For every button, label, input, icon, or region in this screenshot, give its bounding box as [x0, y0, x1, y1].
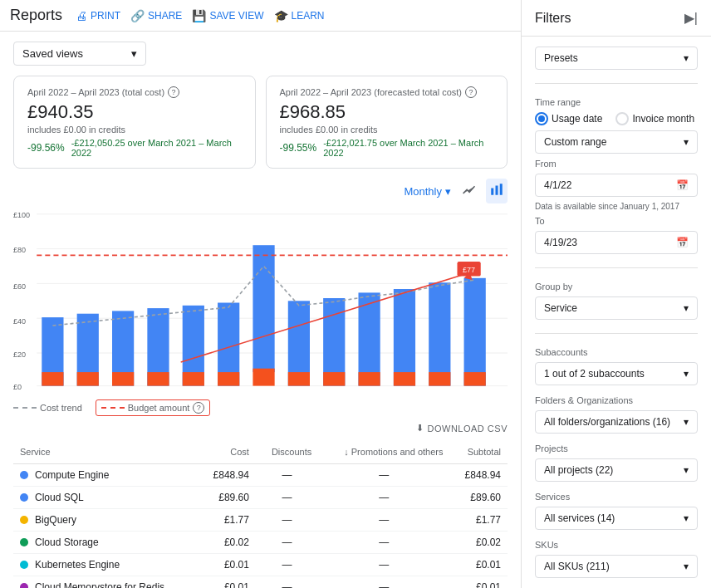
filters-content: Presets ▾ Time range Usage date Invoice …	[522, 37, 711, 588]
from-date-input[interactable]: 4/1/22 📅	[535, 174, 698, 197]
cell-service: Kubernetes Engine	[13, 554, 198, 576]
col-promotions: ↓ Promotions and others	[318, 440, 449, 464]
folders-dropdown[interactable]: All folders/organizations (16) ▾	[535, 410, 698, 434]
chevron-down-icon-presets: ▾	[684, 52, 689, 64]
services-dropdown[interactable]: All services (14) ▾	[535, 507, 698, 530]
calendar-icon-to: 📅	[676, 237, 689, 248]
header-actions: 🖨 PRINT 🔗 SHARE 💾 SAVE VIEW 🎓 LEARN	[76, 9, 325, 22]
legend-cost-trend: Cost trend	[13, 403, 82, 413]
table-row: BigQuery £1.77 — — £1.77	[13, 509, 508, 532]
cell-promotions: —	[318, 554, 449, 576]
group-by-label: Group by	[535, 282, 698, 292]
chart-controls: Monthly ▾	[13, 179, 508, 203]
summary-card-total: April 2022 – April 2023 (total cost) ? £…	[13, 76, 256, 169]
chart-legend: Cost trend Budget amount ?	[13, 396, 508, 423]
save-view-button[interactable]: 💾 SAVE VIEW	[192, 9, 263, 22]
content-area: Saved views ▾ April 2022 – April 2023 (t…	[0, 32, 521, 588]
svg-rect-1	[496, 186, 498, 195]
cell-cost: £0.02	[198, 532, 256, 554]
save-icon: 💾	[192, 9, 206, 22]
data-hint: Data is available since January 1, 2017	[535, 202, 698, 211]
budget-line-icon	[101, 407, 125, 409]
col-service: Service	[13, 440, 198, 464]
svg-rect-16	[42, 372, 63, 386]
divider-1	[535, 83, 698, 84]
card-period-total: April 2022 – April 2023 (total cost) ?	[27, 86, 242, 98]
group-by-dropdown[interactable]: Service ▾	[535, 296, 698, 320]
service-color-dot	[20, 583, 28, 588]
projects-dropdown[interactable]: All projects (22) ▾	[535, 458, 698, 482]
help-icon-forecast[interactable]: ?	[465, 86, 477, 98]
presets-dropdown[interactable]: Presets ▾	[535, 47, 698, 70]
usage-date-radio[interactable]: Usage date	[535, 112, 602, 125]
cell-service: Compute Engine	[13, 464, 198, 487]
share-button[interactable]: 🔗 SHARE	[130, 9, 182, 22]
card-credits-forecast: includes £0.00 in credits	[280, 125, 494, 135]
to-date-input[interactable]: 4/19/23 📅	[535, 231, 698, 254]
cell-promotions: —	[318, 576, 449, 589]
svg-rect-32	[323, 372, 345, 386]
learn-button[interactable]: 🎓 LEARN	[274, 9, 325, 22]
folders-group: Folders & Organizations All folders/orga…	[535, 395, 698, 434]
saved-views-dropdown[interactable]: Saved views ▾	[13, 42, 146, 66]
skus-group: SKUs All SKUs (211) ▾	[535, 540, 698, 578]
share-icon: 🔗	[130, 9, 145, 22]
svg-rect-36	[394, 372, 415, 386]
cell-subtotal: £0.02	[449, 532, 508, 554]
saved-views-row: Saved views ▾	[13, 42, 508, 66]
svg-text:£80: £80	[13, 245, 26, 254]
cell-subtotal: £89.60	[449, 487, 508, 509]
card-delta-forecast: -99.55%	[280, 142, 317, 154]
group-by-group: Group by Service ▾	[535, 282, 698, 320]
col-subtotal: Subtotal	[449, 440, 508, 464]
chevron-down-icon-range: ▾	[684, 136, 689, 148]
svg-rect-22	[147, 372, 169, 386]
cell-service: Cloud Storage	[13, 532, 198, 554]
collapse-filters-button[interactable]: ▶|	[684, 10, 698, 26]
summary-cards: April 2022 – April 2023 (total cost) ? £…	[13, 76, 508, 169]
skus-dropdown[interactable]: All SKUs (211) ▾	[535, 555, 698, 578]
download-row: ⬇ DOWNLOAD CSV	[13, 423, 508, 434]
subaccounts-dropdown[interactable]: 1 out of 2 subaccounts ▾	[535, 362, 698, 385]
chevron-down-icon-skus: ▾	[684, 561, 689, 572]
cell-promotions: —	[318, 532, 449, 554]
cell-promotions: —	[318, 464, 449, 487]
time-range-group: Time range Usage date Invoice month Cust…	[535, 97, 698, 254]
help-icon-total[interactable]: ?	[168, 86, 179, 98]
summary-card-forecast: April 2022 – April 2023 (forecasted tota…	[266, 76, 508, 169]
card-comparison-forecast: -£212,021.75 over March 2021 – March 202…	[323, 138, 493, 158]
line-chart-button[interactable]	[458, 179, 479, 203]
chevron-down-icon-sub: ▾	[684, 368, 689, 380]
svg-rect-37	[429, 282, 450, 385]
cell-subtotal: £848.94	[449, 464, 508, 487]
cell-cost: £848.94	[198, 464, 256, 487]
cost-trend-line-icon	[13, 407, 37, 409]
table-row: Compute Engine £848.94 — — £848.94	[13, 464, 508, 487]
svg-text:£40: £40	[13, 316, 26, 325]
projects-group: Projects All projects (22) ▾	[535, 443, 698, 482]
cell-discounts: —	[256, 487, 318, 509]
to-label: To	[535, 216, 698, 226]
cell-subtotal: £0.01	[449, 554, 508, 576]
service-color-dot	[20, 516, 28, 524]
svg-rect-18	[77, 372, 99, 386]
svg-rect-34	[358, 372, 380, 386]
download-icon: ⬇	[416, 423, 424, 434]
help-icon-budget[interactable]: ?	[193, 402, 204, 414]
svg-rect-24	[183, 372, 204, 386]
divider-3	[535, 333, 698, 334]
cell-subtotal: £0.01	[449, 576, 508, 589]
svg-rect-20	[112, 372, 134, 386]
cell-discounts: —	[256, 509, 318, 532]
projects-label: Projects	[535, 443, 698, 453]
monthly-button[interactable]: Monthly ▾	[404, 185, 451, 198]
print-button[interactable]: 🖨 PRINT	[76, 9, 120, 22]
services-group: Services All services (14) ▾	[535, 492, 698, 530]
custom-range-dropdown[interactable]: Custom range ▾	[535, 130, 698, 154]
chevron-down-icon: ▾	[131, 47, 137, 60]
invoice-month-radio[interactable]: Invoice month	[615, 112, 694, 125]
cost-table: Service Cost Discounts ↓ Promotions and …	[13, 440, 508, 588]
bar-chart-button[interactable]	[486, 179, 508, 203]
page-title: Reports	[10, 7, 62, 24]
download-csv-button[interactable]: ⬇ DOWNLOAD CSV	[416, 423, 508, 434]
